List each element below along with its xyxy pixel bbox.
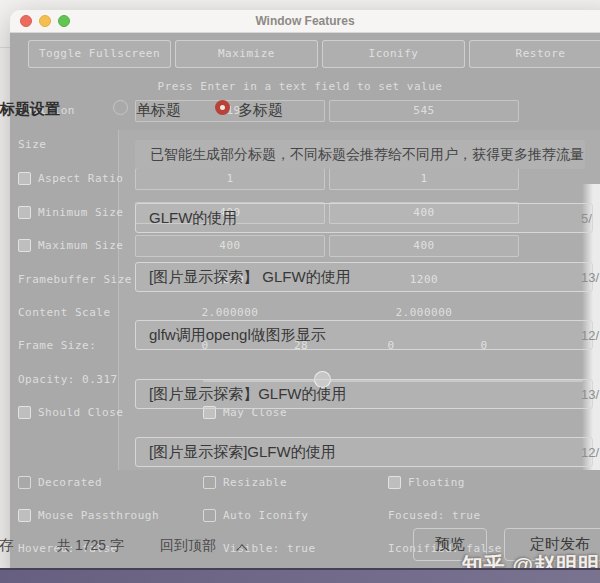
- title-input-4[interactable]: [图片显示探索】GLFW的使用: [135, 379, 593, 409]
- enter-hint-text: Press Enter in a text field to set value: [0, 80, 600, 94]
- decorated-checkbox[interactable]: [18, 476, 31, 489]
- title-input-1[interactable]: GLFW的使用: [135, 203, 593, 233]
- title-counter-3: 12/: [581, 328, 599, 343]
- multi-title-radio[interactable]: [215, 100, 230, 115]
- title-counter-2: 13/: [581, 270, 599, 285]
- mouse-passthrough-checkbox[interactable]: [18, 509, 31, 522]
- size-label: Size: [18, 138, 47, 152]
- position-y-field[interactable]: 545: [329, 100, 519, 122]
- aspect-x-field[interactable]: 1: [135, 168, 325, 190]
- minimum-size-label: Minimum Size: [38, 206, 123, 220]
- ai-suggestion-hint: 已智能生成部分标题，不同标题会推荐给不同用户，获得更多推荐流量: [135, 140, 585, 169]
- title-input-2[interactable]: [图片显示探索】 GLFW的使用: [135, 262, 593, 292]
- floating-label: Floating: [408, 476, 465, 490]
- title-counter-5: 12/: [581, 445, 599, 460]
- single-title-radio[interactable]: [113, 100, 128, 115]
- framebuffer-size-label: Framebuffer Size: [18, 273, 132, 287]
- single-title-label[interactable]: 单标题: [136, 101, 181, 120]
- title-input-5[interactable]: [图片显示探索]GLFW的使用: [135, 437, 593, 467]
- aspect-y-field[interactable]: 1: [329, 168, 519, 190]
- maximum-size-checkbox[interactable]: [18, 239, 31, 252]
- resizable-label: Resizable: [223, 476, 287, 490]
- content-scale-x-value: 2.000000: [200, 306, 260, 320]
- minimum-size-checkbox[interactable]: [18, 206, 31, 219]
- mouse-passthrough-label: Mouse Passthrough: [38, 509, 159, 523]
- title-counter-4: 13/: [581, 387, 599, 402]
- save-button[interactable]: 保存: [0, 536, 14, 555]
- bottom-purple-bar: [0, 568, 600, 583]
- radio-dot-icon: [220, 105, 225, 110]
- word-count: 共 1725 字: [57, 537, 124, 555]
- screenshot-root: Window Features Toggle Fullscreen Maximi…: [0, 0, 600, 583]
- multi-title-label[interactable]: 多标题: [238, 101, 283, 120]
- maximize-button[interactable]: Maximize: [175, 40, 318, 68]
- maximum-size-label: Maximum Size: [38, 239, 123, 253]
- toggle-fullscreen-button[interactable]: Toggle Fullscreen: [28, 40, 171, 68]
- aspect-ratio-label: Aspect Ratio: [38, 172, 123, 186]
- window-title: Window Features: [10, 14, 600, 28]
- iconify-button[interactable]: Iconify: [322, 40, 465, 68]
- title-settings-label: 标题设置: [0, 100, 60, 119]
- decorated-label: Decorated: [38, 476, 102, 490]
- focused-status: Focused: true: [388, 509, 481, 523]
- opacity-label: Opacity: 0.317: [18, 373, 118, 387]
- page-divider-line: [0, 47, 10, 48]
- title-counter-1: 5/: [581, 211, 592, 226]
- aspect-ratio-checkbox[interactable]: [18, 172, 31, 185]
- should-close-checkbox[interactable]: [18, 406, 31, 419]
- resizable-checkbox[interactable]: [203, 476, 216, 489]
- window-titlebar[interactable]: Window Features: [10, 10, 600, 33]
- max-height-field[interactable]: 400: [329, 235, 519, 257]
- should-close-label: Should Close: [38, 406, 123, 420]
- content-scale-y-value: 2.000000: [394, 306, 454, 320]
- restore-button[interactable]: Restore: [469, 40, 600, 68]
- frame-size-label: Frame Size:: [18, 339, 96, 353]
- content-scale-label: Content Scale: [18, 306, 111, 320]
- auto-iconify-label: Auto Iconify: [223, 509, 308, 523]
- title-input-3[interactable]: glfw调用opengl做图形显示: [135, 320, 593, 350]
- auto-iconify-checkbox[interactable]: [203, 509, 216, 522]
- back-to-top-button[interactable]: 回到顶部: [160, 537, 216, 555]
- floating-checkbox[interactable]: [388, 476, 401, 489]
- max-width-field[interactable]: 400: [135, 235, 325, 257]
